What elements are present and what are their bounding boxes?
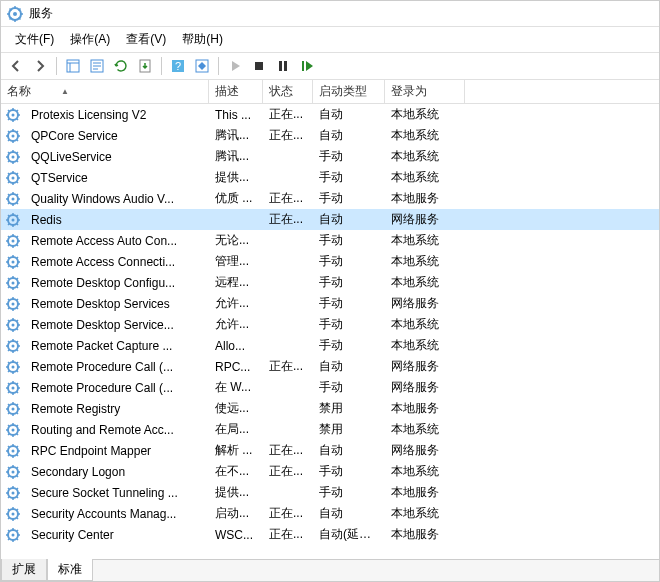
- svg-point-23: [12, 218, 15, 221]
- column-logon-as[interactable]: 登录为: [385, 79, 465, 104]
- service-row[interactable]: QPCore Service腾讯...正在...自动本地系统: [1, 125, 659, 146]
- export-button[interactable]: [134, 55, 156, 77]
- service-logon-as: 本地系统: [385, 125, 465, 146]
- service-row[interactable]: Remote Procedure Call (...在 W...手动网络服务: [1, 377, 659, 398]
- service-row[interactable]: Remote Procedure Call (...RPC...正在...自动网…: [1, 356, 659, 377]
- service-row[interactable]: Remote Desktop Configu...远程...手动本地系统: [1, 272, 659, 293]
- service-name: Quality Windows Audio V...: [25, 190, 209, 208]
- column-status[interactable]: 状态: [263, 79, 313, 104]
- service-description: This ...: [209, 106, 263, 124]
- service-row[interactable]: Routing and Remote Acc...在局...禁用本地系统: [1, 419, 659, 440]
- service-row[interactable]: Quality Windows Audio V...优质 ...正在...手动本…: [1, 188, 659, 209]
- service-status: [263, 407, 313, 411]
- svg-point-33: [12, 323, 15, 326]
- help-button[interactable]: ?: [167, 55, 189, 77]
- show-hide-tree-button[interactable]: [62, 55, 84, 77]
- column-name[interactable]: 名称▲: [1, 79, 209, 104]
- service-row[interactable]: Remote Registry使远...禁用本地服务: [1, 398, 659, 419]
- properties-button[interactable]: [86, 55, 108, 77]
- service-row[interactable]: Remote Access Connecti...管理...手动本地系统: [1, 251, 659, 272]
- service-row[interactable]: Security Accounts Manag...启动...正在...自动本地…: [1, 503, 659, 524]
- service-description: 在不...: [209, 461, 263, 482]
- service-logon-as: 网络服务: [385, 293, 465, 314]
- service-startup-type: 手动: [313, 461, 385, 482]
- pause-service-button[interactable]: [272, 55, 294, 77]
- column-description[interactable]: 描述: [209, 79, 263, 104]
- svg-rect-10: [284, 61, 287, 71]
- service-row[interactable]: Security CenterWSC...正在...自动(延迟...本地服务: [1, 524, 659, 545]
- service-name: QQLiveService: [25, 148, 209, 166]
- service-logon-as: 本地服务: [385, 482, 465, 503]
- service-row[interactable]: Secondary Logon在不...正在...手动本地系统: [1, 461, 659, 482]
- start-service-button[interactable]: [224, 55, 246, 77]
- service-description: 在 W...: [209, 377, 263, 398]
- restart-service-button[interactable]: [296, 55, 318, 77]
- service-startup-type: 自动: [313, 503, 385, 524]
- svg-point-43: [12, 428, 15, 431]
- forward-button[interactable]: [29, 55, 51, 77]
- svg-point-41: [12, 407, 15, 410]
- service-gear-icon: [5, 422, 21, 438]
- sort-indicator-icon: ▲: [61, 87, 69, 96]
- service-description: 管理...: [209, 251, 263, 272]
- svg-point-35: [12, 344, 15, 347]
- service-name: QPCore Service: [25, 127, 209, 145]
- service-startup-type: 禁用: [313, 419, 385, 440]
- service-row[interactable]: QQLiveService腾讯...手动本地系统: [1, 146, 659, 167]
- service-row[interactable]: Remote Desktop Service...允许...手动本地系统: [1, 314, 659, 335]
- service-gear-icon: [5, 275, 21, 291]
- service-row[interactable]: QTService提供...手动本地系统: [1, 167, 659, 188]
- service-status: 正在...: [263, 104, 313, 125]
- back-button[interactable]: [5, 55, 27, 77]
- service-startup-type: 手动: [313, 146, 385, 167]
- service-row[interactable]: Protexis Licensing V2This ...正在...自动本地系统: [1, 104, 659, 125]
- tab-extended[interactable]: 扩展: [1, 559, 47, 581]
- stop-service-button[interactable]: [248, 55, 270, 77]
- service-gear-icon: [5, 296, 21, 312]
- service-row[interactable]: Remote Packet Capture ...Allo...手动本地系统: [1, 335, 659, 356]
- toolbar-separator: [56, 57, 57, 75]
- service-gear-icon: [5, 401, 21, 417]
- refresh-button[interactable]: [110, 55, 132, 77]
- service-gear-icon: [5, 359, 21, 375]
- column-startup-type[interactable]: 启动类型: [313, 79, 385, 104]
- service-name: Remote Procedure Call (...: [25, 379, 209, 397]
- menu-file[interactable]: 文件(F): [7, 29, 62, 50]
- svg-rect-2: [67, 60, 79, 72]
- service-name: Redis: [25, 211, 209, 229]
- options-button[interactable]: [191, 55, 213, 77]
- menu-view[interactable]: 查看(V): [118, 29, 174, 50]
- services-list[interactable]: Protexis Licensing V2This ...正在...自动本地系统…: [1, 104, 659, 559]
- menu-action[interactable]: 操作(A): [62, 29, 118, 50]
- service-startup-type: 手动: [313, 230, 385, 251]
- service-row[interactable]: Secure Socket Tunneling ...提供...手动本地服务: [1, 482, 659, 503]
- service-status: 正在...: [263, 188, 313, 209]
- svg-point-27: [12, 260, 15, 263]
- svg-text:?: ?: [175, 60, 181, 72]
- svg-point-1: [13, 12, 17, 16]
- service-gear-icon: [5, 317, 21, 333]
- service-row[interactable]: RPC Endpoint Mapper解析 ...正在...自动网络服务: [1, 440, 659, 461]
- service-startup-type: 手动: [313, 188, 385, 209]
- service-row[interactable]: Remote Desktop Services允许...手动网络服务: [1, 293, 659, 314]
- service-logon-as: 网络服务: [385, 377, 465, 398]
- menu-help[interactable]: 帮助(H): [174, 29, 231, 50]
- service-status: 正在...: [263, 524, 313, 545]
- service-name: QTService: [25, 169, 209, 187]
- service-row[interactable]: Remote Access Auto Con...无论...手动本地系统: [1, 230, 659, 251]
- service-gear-icon: [5, 443, 21, 459]
- service-row[interactable]: Redis正在...自动网络服务: [1, 209, 659, 230]
- title-bar: 服务: [1, 1, 659, 27]
- service-name: Remote Access Connecti...: [25, 253, 209, 271]
- menu-bar: 文件(F) 操作(A) 查看(V) 帮助(H): [1, 27, 659, 52]
- service-gear-icon: [5, 506, 21, 522]
- service-startup-type: 自动: [313, 104, 385, 125]
- service-gear-icon: [5, 485, 21, 501]
- svg-point-39: [12, 386, 15, 389]
- tab-standard[interactable]: 标准: [47, 559, 93, 581]
- service-startup-type: 手动: [313, 293, 385, 314]
- service-name: Secure Socket Tunneling ...: [25, 484, 209, 502]
- service-logon-as: 本地系统: [385, 419, 465, 440]
- service-status: [263, 491, 313, 495]
- service-gear-icon: [5, 170, 21, 186]
